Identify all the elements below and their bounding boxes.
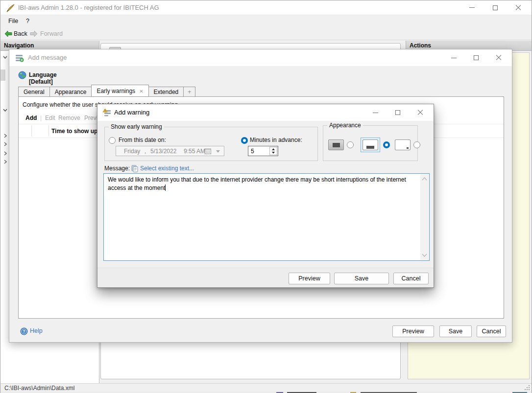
dialog-close-button[interactable] xyxy=(487,49,510,66)
scroll-down-icon[interactable] xyxy=(421,253,428,257)
minimize-icon xyxy=(451,58,457,58)
paste-text-icon xyxy=(131,165,138,172)
add-warning-button[interactable]: Add xyxy=(25,115,37,121)
remove-warning-button[interactable]: Remove xyxy=(58,115,80,121)
maximize-icon xyxy=(474,55,479,60)
column-time-to-show-up[interactable]: Time to show up xyxy=(51,128,97,135)
warning-preview-button[interactable]: Preview xyxy=(289,273,330,284)
fullscreen-style-radio[interactable] xyxy=(347,141,354,148)
forward-arrow-icon xyxy=(30,30,38,37)
tab-early-warnings[interactable]: Early warnings✕ xyxy=(91,85,148,97)
minutes-in-advance-radio[interactable] xyxy=(241,137,248,144)
save-button[interactable]: Save xyxy=(439,325,472,337)
add-message-title: Add message xyxy=(28,54,67,61)
plus-icon: + xyxy=(188,89,191,95)
forward-button[interactable]: Forward xyxy=(40,30,63,37)
minimize-icon xyxy=(469,7,475,8)
maximize-icon xyxy=(493,5,498,10)
from-date-radio[interactable] xyxy=(109,137,116,144)
date-day[interactable]: Friday xyxy=(124,148,140,155)
maximize-button[interactable] xyxy=(484,0,507,15)
tray-style-radio[interactable] xyxy=(413,141,420,148)
svg-text:?: ? xyxy=(23,329,25,334)
close-icon xyxy=(496,55,502,61)
date-picker[interactable]: Friday , 5/13/2022 9:55 AM xyxy=(116,146,224,156)
show-early-warning-group: Show early warning From this date on: Fr… xyxy=(104,127,318,161)
warning-save-button[interactable]: Save xyxy=(334,273,389,284)
chevron-right-icon[interactable] xyxy=(2,141,8,147)
spinner-buttons xyxy=(269,147,277,155)
status-file-path: C:\IBI-aws\Admin\Data.xml xyxy=(4,385,74,392)
from-date-radio-label[interactable]: From this date on: xyxy=(119,137,166,143)
chevron-down-icon[interactable] xyxy=(2,54,8,60)
menu-help[interactable]: ? xyxy=(26,18,29,24)
add-tab-button[interactable]: + xyxy=(183,87,195,97)
textarea-scrollbar[interactable] xyxy=(420,174,429,260)
back-arrow-icon xyxy=(4,30,12,37)
edit-warning-button[interactable]: Edit xyxy=(45,115,55,121)
add-warning-titlebar: Add warning xyxy=(97,104,434,121)
up-arrow-icon xyxy=(272,148,275,150)
add-message-icon xyxy=(15,54,24,62)
dialog-maximize-button[interactable] xyxy=(465,49,487,66)
main-titlebar: IBI-aws Admin 1.28.0 - registered for IB… xyxy=(0,0,532,15)
close-icon xyxy=(515,5,521,11)
message-label: Message: xyxy=(104,165,130,172)
minutes-spinner[interactable]: 5 xyxy=(248,146,278,156)
tab-general[interactable]: General xyxy=(18,87,50,97)
warning-close-button[interactable] xyxy=(409,104,432,121)
warning-cancel-button[interactable]: Cancel xyxy=(393,273,429,284)
text-caret xyxy=(165,185,166,191)
language-label: Language [Default] xyxy=(29,71,57,85)
app-window: IBI-aws Admin 1.28.0 - registered for IB… xyxy=(0,0,532,393)
minimize-icon xyxy=(373,113,378,113)
app-logo-icon xyxy=(6,4,15,12)
menu-file[interactable]: File xyxy=(8,18,18,24)
preview-button[interactable]: Preview xyxy=(392,325,434,337)
nav-selected-item[interactable] xyxy=(0,69,5,81)
add-message-footer: ? Help Preview Save Cancel xyxy=(9,318,512,342)
close-tab-icon[interactable]: ✕ xyxy=(139,89,143,94)
minimize-button[interactable] xyxy=(460,0,484,15)
status-bar: C:\IBI-aws\Admin\Data.xml xyxy=(0,383,532,392)
message-text: We would like to inform you that due to … xyxy=(108,176,406,191)
window-title: IBI-aws Admin 1.28.0 - registered for IB… xyxy=(18,4,159,11)
close-button[interactable] xyxy=(507,0,530,15)
date-time[interactable]: 9:55 AM xyxy=(184,148,205,155)
cancel-button[interactable]: Cancel xyxy=(477,325,506,337)
dialog-minimize-button[interactable] xyxy=(442,49,465,66)
minutes-in-advance-radio-label[interactable]: Minutes in advance: xyxy=(250,137,302,143)
chevron-down-icon[interactable] xyxy=(2,107,8,113)
banner-style-radio[interactable] xyxy=(383,141,390,148)
menu-bar: File ? xyxy=(0,15,532,28)
fullscreen-style-thumbnail[interactable] xyxy=(328,139,344,150)
date-value[interactable]: 5/13/2022 xyxy=(150,148,176,155)
help-icon: ? xyxy=(20,327,28,335)
spinner-down-button[interactable] xyxy=(270,151,277,155)
down-arrow-icon xyxy=(272,152,275,154)
banner-style-thumbnail[interactable] xyxy=(363,139,378,150)
resize-grip-icon[interactable] xyxy=(525,385,530,390)
select-existing-text-link[interactable]: Select existing text... xyxy=(140,165,238,172)
add-warning-title: Add warning xyxy=(114,109,149,116)
add-warning-dialog: Add warning Show early warning From this… xyxy=(97,104,434,288)
add-warning-footer: Preview Save Cancel xyxy=(97,268,434,287)
date-dropdown-icon[interactable] xyxy=(216,150,220,153)
appearance-group-title: Appearance xyxy=(327,122,363,129)
warning-minimize-button[interactable] xyxy=(364,104,387,121)
chevron-right-icon[interactable] xyxy=(2,159,8,165)
back-button[interactable]: Back xyxy=(14,30,27,37)
tab-appearance[interactable]: Appearance xyxy=(49,87,92,97)
add-message-titlebar: Add message xyxy=(9,49,512,66)
chevron-right-icon[interactable] xyxy=(2,133,8,139)
show-early-warning-group-title: Show early warning xyxy=(109,123,164,130)
tab-extended[interactable]: Extended xyxy=(148,87,184,97)
message-textarea[interactable]: We would like to inform you that due to … xyxy=(103,173,430,261)
tray-style-thumbnail[interactable] xyxy=(395,139,411,150)
banner-style-selected-highlight xyxy=(361,138,380,152)
minutes-value[interactable]: 5 xyxy=(251,148,254,155)
warning-maximize-button[interactable] xyxy=(387,104,409,121)
calendar-icon[interactable] xyxy=(205,148,211,154)
scroll-up-icon[interactable] xyxy=(421,177,428,181)
chevron-right-icon[interactable] xyxy=(2,150,8,157)
